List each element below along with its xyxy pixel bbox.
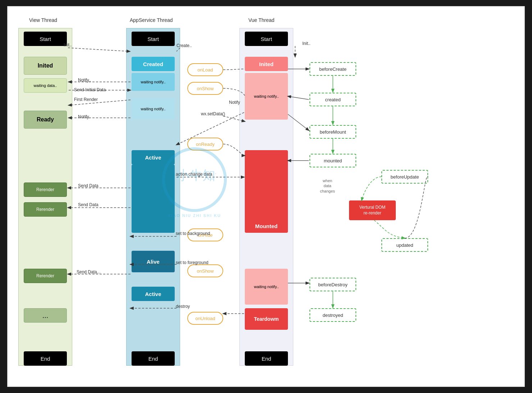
before-create-hook: beforeCreate	[309, 62, 356, 76]
label-notify-1: Notify..	[78, 78, 91, 83]
vue-start-box: Start	[245, 32, 288, 46]
vue-inited: Inited	[245, 57, 288, 71]
virtual-dom-box: Vertural DOMre-render	[349, 200, 396, 220]
label-destroy: destroy	[176, 304, 190, 309]
mounted-hook: mounted	[309, 154, 356, 167]
label-wxsetdata: wx.setData()	[201, 111, 225, 116]
updated-hook: updated	[381, 238, 428, 252]
view-inited: Inited	[24, 57, 67, 75]
vue-teardown: Teardowm	[245, 308, 288, 330]
vue-waiting-notify-1: waiting notify..	[245, 73, 288, 120]
label-send-initial: Send Initial Data	[74, 87, 106, 92]
appservice-thread-header: AppService Thread	[130, 17, 173, 23]
before-mount-hook: beforeMount	[309, 125, 356, 139]
view-rerender-2: Rerender	[24, 202, 67, 217]
appservice-waiting-1: waiting notify..	[132, 73, 175, 91]
view-rerender-1: Rerender	[24, 182, 67, 197]
label-set-foreground: set to foreground	[176, 260, 208, 265]
before-update-hook: beforeUpdate	[381, 170, 428, 184]
label-notify-2: Notify.	[78, 114, 90, 119]
appservice-start-box: Start	[132, 32, 175, 46]
view-end-box: End	[24, 351, 67, 366]
vue-end-box: End	[245, 351, 288, 366]
diagram-container: View Thread AppService Thread Vue Thread…	[7, 6, 525, 387]
onshow-hook-2: onShow	[187, 264, 223, 277]
label-first-render: First Render	[74, 97, 98, 102]
vue-waiting-notify-2: waiting notify..	[245, 269, 288, 305]
watermark: 小牛知识库 XIAO NIU ZHI SHI KU	[159, 147, 230, 218]
onshow-hook-1: onShow	[187, 82, 223, 95]
view-ready: Ready	[24, 111, 67, 129]
view-dots: ...	[24, 308, 67, 323]
label-send-data-2: Send Data	[78, 202, 98, 207]
label-send-data-1: Send Data	[78, 183, 98, 188]
label-notify-vue: Notify	[229, 100, 240, 105]
created-hook: created	[309, 93, 356, 106]
view-start-box: Start	[24, 32, 67, 46]
label-init-view: Init..	[64, 42, 72, 47]
appservice-alive: Alive	[132, 251, 175, 272]
onunload-hook: onUnload	[187, 312, 223, 325]
view-waiting-data: waiting data..	[24, 78, 67, 93]
before-destroy-hook: beforeDestroy	[309, 278, 356, 291]
appservice-end-box: End	[132, 351, 175, 366]
vue-thread-header: Vue Thread	[248, 17, 274, 23]
label-set-background: set to background	[176, 231, 210, 236]
watermark-circle: 小牛知识库	[162, 147, 227, 212]
label-init-vue: Init..	[302, 41, 311, 46]
appservice-active-2: Active	[132, 287, 175, 301]
appservice-created: Created	[132, 57, 175, 71]
view-rerender-3: Rerender	[24, 269, 67, 283]
svg-line-0	[68, 48, 130, 51]
vue-mounted: Mounted	[245, 150, 288, 233]
label-create: Create..	[176, 43, 192, 48]
svg-text:小牛知识库: 小牛知识库	[176, 168, 216, 182]
watermark-text: XIAO NIU ZHI SHI KU	[168, 213, 221, 218]
view-thread-header: View Thread	[29, 17, 57, 23]
appservice-waiting-2: waiting notify..	[132, 98, 175, 120]
label-send-data-3: Send Data...	[77, 269, 101, 274]
label-when-data-changes: whendatachanges	[313, 178, 342, 194]
onload-hook: onLoad	[187, 63, 223, 76]
destroyed-hook: destroyed	[309, 308, 356, 322]
